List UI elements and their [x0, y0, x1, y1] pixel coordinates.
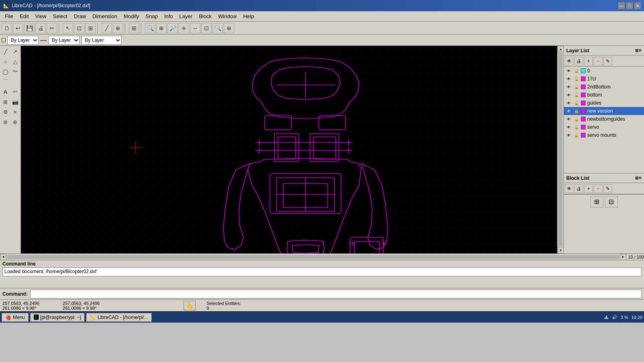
block-add-btn[interactable]: + [584, 184, 593, 193]
info-tool[interactable]: ≡ [10, 107, 20, 117]
librecad-btn[interactable]: 📐 LibreCAD - [/home/pi/... [86, 313, 151, 322]
scroll-right-btn[interactable]: ► [620, 254, 626, 260]
spline-tool[interactable]: 〜 [10, 67, 20, 76]
line-tool[interactable]: ╱ [1, 47, 10, 56]
color-select[interactable]: By Layer [7, 36, 39, 45]
order-tool[interactable]: ⊛ [10, 117, 20, 127]
ellipse-tool[interactable]: ◯ [1, 67, 10, 76]
sep3 [125, 23, 127, 33]
menu-draw[interactable]: Draw [70, 12, 89, 20]
xline-btn[interactable]: ⊕ [113, 23, 123, 33]
menu-layer[interactable]: Layer [176, 12, 196, 20]
print-btn[interactable]: 🖨 [35, 23, 46, 33]
zoom-fit-btn[interactable]: ⊕ [156, 23, 167, 33]
menu-block[interactable]: Block [196, 12, 215, 20]
block-print-btn[interactable]: 🖨 [574, 184, 583, 193]
h-scroll-track[interactable] [7, 255, 619, 259]
menu-window[interactable]: Window [215, 12, 240, 20]
block-del-btn[interactable]: − [594, 184, 603, 193]
menu-file[interactable]: File [2, 12, 17, 20]
lock-icon-3: 🔓 [574, 92, 579, 98]
librecad-icon: 📐 [90, 315, 96, 320]
layer-item-0[interactable]: 👁 🔓 0 [564, 67, 644, 75]
drawing-canvas[interactable]: ▲ ▼ [21, 46, 564, 253]
menu-view[interactable]: View [32, 12, 50, 20]
layer-item-17cl[interactable]: 👁 🔓 17cl [564, 75, 644, 83]
menu-dimension[interactable]: Dimension [89, 12, 120, 20]
layer-item-servo[interactable]: 👁 🔓 servo [564, 123, 644, 131]
layer-print-btn[interactable]: 🖨 [574, 57, 583, 66]
scroll-down-btn[interactable]: ▼ [557, 247, 564, 253]
scroll-left-btn[interactable]: ◄ [0, 254, 6, 260]
linetype-select[interactable]: By Layer [48, 36, 80, 45]
menu-btn[interactable]: 🍓 Menu [2, 313, 29, 322]
modify-tool[interactable]: ⚙ [1, 107, 10, 117]
hatch-tool[interactable]: ⊞ [1, 97, 10, 107]
terminal-btn[interactable]: $ [pi@raspberrypi: ~] [30, 313, 85, 322]
layer-edit-btn[interactable]: ✎ [603, 57, 612, 66]
line-btn[interactable]: ╱ [101, 23, 112, 33]
layer-item-bottom[interactable]: 👁 🔓 bottom [564, 91, 644, 99]
cursor-btn[interactable]: 👆 [184, 301, 196, 311]
insert-tool[interactable]: 📷 [10, 97, 20, 107]
menu-select[interactable]: Select [50, 12, 70, 20]
layer-item-new-version[interactable]: 👁 🔓 new version [564, 107, 644, 115]
color-7 [581, 125, 586, 130]
layer-del-btn[interactable]: − [594, 57, 603, 66]
cmd-input-field[interactable] [30, 290, 642, 298]
zoom-in-btn[interactable]: 🔍 [145, 23, 155, 33]
linewidth-select[interactable]: By Layer [81, 36, 122, 45]
circle-tool[interactable]: ○ [1, 57, 10, 66]
zoom-prev-btn[interactable]: ⊡ [201, 23, 212, 33]
new-btn[interactable]: 🗋 [2, 23, 12, 33]
layer-toolbar: 👁 🖨 + − ✎ [564, 56, 644, 67]
polyline-tool[interactable]: ↗ [10, 47, 20, 56]
menu-help[interactable]: Help [240, 12, 257, 20]
select-window-btn[interactable]: ⊞ [85, 23, 96, 33]
layer-item-newbottomguides[interactable]: 👁 🔓 newbottomguides [564, 115, 644, 123]
svg-rect-5 [310, 134, 339, 161]
eye-icon-1: 👁 [566, 76, 572, 82]
mtext-tool[interactable]: A+ [10, 87, 20, 97]
layer-name-2: 2ndBottom [587, 84, 611, 90]
block-icon-edit[interactable]: ⊟ [605, 196, 618, 208]
grid-btn[interactable]: ⊞ [129, 23, 139, 33]
menu-modify[interactable]: Modify [120, 12, 142, 20]
snap-tool[interactable]: ⊚ [1, 117, 10, 127]
layer-item-2ndbottom[interactable]: 👁 🔓 2ndBottom [564, 83, 644, 91]
zoom-out-btn[interactable]: 🔎 [167, 23, 178, 33]
minimize-btn[interactable]: — [618, 2, 625, 9]
close-btn[interactable]: ✕ [634, 2, 641, 9]
menu-snap[interactable]: Snap [142, 12, 161, 20]
freehand-tool[interactable] [10, 77, 20, 86]
horizontal-scrollbar[interactable]: ◄ ► 10 / 100 [0, 253, 644, 260]
layer-add-btn[interactable]: + [584, 57, 593, 66]
open-btn[interactable]: ↩ [13, 23, 23, 33]
zoom-sel-btn[interactable]: ✛ [179, 23, 189, 33]
window-controls[interactable]: — □ ✕ [618, 2, 641, 9]
redraw-btn[interactable]: ⊕ [224, 23, 234, 33]
color-0 [581, 68, 586, 73]
menu-info[interactable]: Info [161, 12, 176, 20]
select-btn[interactable]: ↖ [63, 23, 73, 33]
layer-item-guides[interactable]: 👁 🔓 guides [564, 99, 644, 107]
menu-edit[interactable]: Edit [17, 12, 32, 20]
maximize-btn[interactable]: □ [626, 2, 633, 9]
vertical-scrollbar[interactable]: ▲ ▼ [557, 46, 564, 253]
block-icon-insert[interactable]: ⊞ [590, 196, 603, 208]
zoom-win-btn[interactable]: 🔍 [213, 23, 223, 33]
arc-tool[interactable]: △ [10, 57, 20, 66]
save-btn[interactable]: 💾 [24, 23, 35, 33]
block-edit-btn[interactable]: ✎ [603, 184, 612, 193]
layer-item-servo-mounts[interactable]: 👁 🔓 servo mounts [564, 131, 644, 139]
scroll-up-btn[interactable]: ▲ [557, 46, 564, 52]
curve-tool[interactable]: ⌒ [1, 77, 10, 86]
text-tool[interactable]: A [1, 87, 10, 97]
select-block-btn[interactable]: ⊡ [74, 23, 85, 33]
cut-btn[interactable]: ✂ [47, 23, 57, 33]
block-eye-btn[interactable]: 👁 [565, 184, 574, 193]
crosshair-horizontal [130, 148, 142, 148]
layer-eye-btn[interactable]: 👁 [565, 57, 574, 66]
lt-row-1: ╱ ↗ [1, 47, 20, 56]
zoom-ext-btn[interactable]: ↔ [190, 23, 200, 33]
